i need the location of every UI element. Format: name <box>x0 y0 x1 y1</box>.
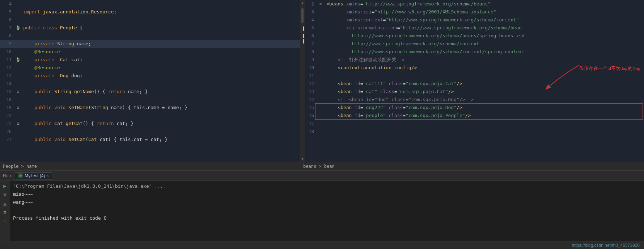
run-tab-bar: Run: MyTest (4) × <box>0 171 644 181</box>
xml-content: <bean id="cat111" class="com.sqx.pojo.Ca… <box>325 80 644 88</box>
main-area: 4 5 import javax.annotation.Resource; 6 <box>0 0 644 170</box>
xml-content: https://www.springframework.org/schema/c… <box>325 48 644 56</box>
table-row: 13 <bean id="cat" class="com.sqx.pojo.Ca… <box>305 88 644 96</box>
line-number: 14 <box>305 96 316 104</box>
line-number: 13 <box>0 72 14 80</box>
line-number: 12 <box>305 80 316 88</box>
code-content: private String name; <box>22 40 300 48</box>
line-number: 5 <box>305 24 316 32</box>
code-content: @Resource <box>22 64 300 72</box>
run-tab-close[interactable]: × <box>46 174 48 178</box>
run-toolbar: ▶ ▼ ▲ ≡ ≡ <box>0 181 10 241</box>
line-number: 2 <box>305 0 316 8</box>
run-content: ▶ ▼ ▲ ≡ ≡ "C:\Program Files\Java\jdk1.8.… <box>0 181 644 241</box>
table-row: 10 @Resource <box>0 48 300 56</box>
line-number: 9 <box>0 40 14 48</box>
table-row: 8 <box>0 32 300 40</box>
line-number: 15 <box>305 104 316 112</box>
table-row: 22 <box>0 112 300 120</box>
table-row: 16 <bean id="people" class="com.sqx.pojo… <box>305 112 644 120</box>
code-content: import javax.annotation.Resource; <box>22 8 300 16</box>
output-line: "C:\Program Files\Java\jdk1.8.0_241\bin\… <box>13 182 641 190</box>
code-content: public void setName(String name) { this.… <box>22 104 300 112</box>
code-content: private Dog dog; <box>22 72 300 80</box>
annotation-container: 仅仅存在一个id不为dog的Dog <box>579 65 640 72</box>
run-output: "C:\Program Files\Java\jdk1.8.0_241\bin\… <box>10 181 644 241</box>
table-row: 18 <box>0 96 300 104</box>
right-panel: ▲ ▼ 仅仅存在一个id不为dog的Dog <box>300 0 644 170</box>
table-row: 15 <bean id="dog222" class="com.sqx.pojo… <box>305 104 644 112</box>
settings-button[interactable]: ≡ <box>1 217 9 224</box>
output-line <box>13 206 641 214</box>
line-number: 10 <box>305 64 316 72</box>
line-number: 6 <box>305 32 316 40</box>
table-row: 12 <bean id="cat111" class="com.sqx.pojo… <box>305 80 644 88</box>
line-number: 22 <box>0 112 14 120</box>
xml-breadcrumb: beans > bean <box>300 162 644 170</box>
bottom-panel: Run: MyTest (4) × ▶ ▼ ▲ ≡ ≡ "C:\Program … <box>0 170 644 241</box>
line-number: 8 <box>0 32 14 40</box>
code-content: @Resource <box>22 48 300 56</box>
code-content: public void setCat(Cat cat) { this.cat =… <box>22 136 300 144</box>
xml-content: <bean id="dog222" class="com.sqx.pojo.Do… <box>325 104 644 112</box>
status-bar: https://blog.csdn.net/m0_46571920 <box>0 241 644 249</box>
line-number: 18 <box>0 96 14 104</box>
line-number: 7 <box>0 24 14 32</box>
line-number: 18 <box>305 128 316 136</box>
xml-content: https://www.springframework.org/schema/b… <box>325 32 644 40</box>
code-content: private Cat cat; <box>22 56 300 64</box>
table-row: 4 <box>0 0 300 8</box>
table-row: 5 xsi:schemaLocation="http://www.springf… <box>305 24 644 32</box>
table-row: 14 <!--<bean id="dog" class="com.sqx.poj… <box>305 96 644 104</box>
xml-content: <!--<bean id="dog" class="com.sqx.pojo.D… <box>325 96 644 104</box>
table-row: 9 private String name; <box>0 40 300 48</box>
stop-button[interactable]: ▼ <box>1 191 9 198</box>
table-row: 7 🍃 public class People { <box>0 24 300 32</box>
table-row: 9 <!--打开注解自动装配开关--> <box>305 56 644 64</box>
table-row: 12 @Resource <box>0 64 300 72</box>
xml-content: http://www.springframework.org/schema/co… <box>325 40 644 48</box>
table-row: 5 import javax.annotation.Resource; <box>0 8 300 16</box>
table-row: 15 ⊕ public String getName() { return na… <box>0 88 300 96</box>
line-number: 13 <box>305 88 316 96</box>
xml-breadcrumb-text: beans > bean <box>303 164 335 169</box>
table-row: 14 <box>0 80 300 88</box>
line-number: 9 <box>305 56 316 64</box>
line-number: 5 <box>0 8 14 16</box>
code-content: public Cat getCat() { return cat; } <box>22 120 300 128</box>
table-row: 11 <box>305 72 644 80</box>
line-number: 6 <box>0 16 14 24</box>
code-area: 4 5 import javax.annotation.Resource; 6 <box>0 0 300 162</box>
breadcrumb: People > name <box>0 162 300 170</box>
line-number: 11 <box>305 72 316 80</box>
line-number: 17 <box>305 120 316 128</box>
xml-content: xmlns:xsi="http://www.w3.org/2001/XMLSch… <box>325 8 644 16</box>
line-number: 15 <box>0 88 14 96</box>
table-row: 11 🍃 private Cat cat; <box>0 56 300 64</box>
table-row: 17 <box>305 120 644 128</box>
line-number: 16 <box>305 112 316 120</box>
rerun-button[interactable]: ▲ <box>1 200 9 207</box>
xml-content: xmlns:context="http://www.springframewor… <box>325 16 644 24</box>
gutter: ⊕ <box>14 104 22 112</box>
gutter: 🍃 <box>14 24 22 32</box>
xml-content: <bean id="people" class="com.sqx.pojo.Pe… <box>325 112 644 120</box>
code-lines: 4 5 import javax.annotation.Resource; 6 <box>0 0 300 144</box>
play-button[interactable]: ▶ <box>1 182 9 190</box>
line-number: 14 <box>0 80 14 88</box>
breadcrumb-text: People > name <box>3 164 37 169</box>
line-number: 12 <box>0 64 14 72</box>
left-panel: 4 5 import javax.annotation.Resource; 6 <box>0 0 300 170</box>
xml-content: <bean id="cat" class="com.sqx.pojo.Cat"/… <box>325 88 644 96</box>
line-number: 19 <box>0 104 14 112</box>
table-row: 6 https://www.springframework.org/schema… <box>305 32 644 40</box>
table-row: 8 https://www.springframework.org/schema… <box>305 48 644 56</box>
table-row: 13 private Dog dog; <box>0 72 300 80</box>
format-button[interactable]: ≡ <box>1 208 9 216</box>
line-number: 10 <box>0 48 14 56</box>
run-tab[interactable]: MyTest (4) × <box>15 172 52 179</box>
table-row: 18 <box>305 128 644 136</box>
gutter: ⊕ <box>316 0 325 8</box>
line-number: 3 <box>305 8 316 16</box>
line-number: 27 <box>0 136 14 144</box>
